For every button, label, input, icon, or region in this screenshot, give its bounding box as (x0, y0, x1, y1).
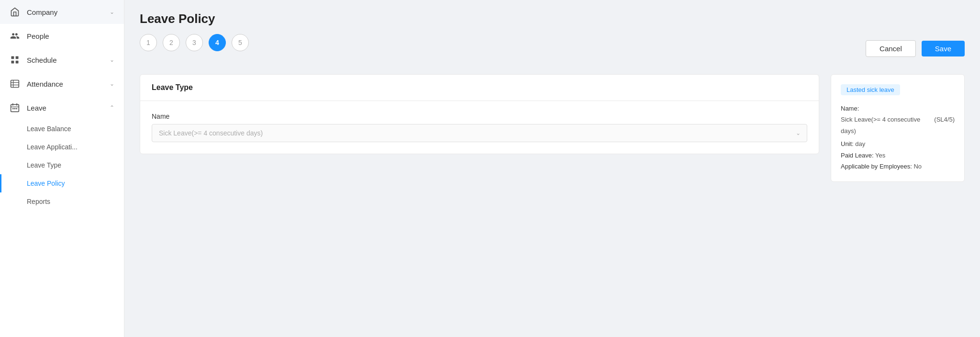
step-1[interactable]: 1 (140, 34, 157, 51)
cancel-button[interactable]: Cancel (866, 40, 916, 57)
sidebar-item-people-label: People (27, 32, 49, 40)
leave-type-card: Leave Type Name Sick Leave(>= 4 consecut… (140, 74, 819, 154)
side-info-unit-value: day (855, 140, 865, 147)
svg-rect-8 (11, 104, 19, 112)
sidebar-subitem-leave-balance-label: Leave Balance (27, 125, 71, 133)
step-3[interactable]: 3 (186, 34, 203, 51)
card-title: Leave Type (152, 83, 193, 91)
sidebar-item-schedule[interactable]: Schedule ⌄ (0, 48, 124, 72)
sidebar-subitem-leave-type[interactable]: Leave Type (0, 156, 124, 174)
sidebar-item-people[interactable]: People (0, 24, 124, 48)
svg-rect-12 (12, 108, 14, 110)
attendance-icon (10, 79, 20, 89)
svg-rect-0 (11, 56, 14, 59)
svg-rect-4 (11, 80, 19, 88)
chevron-up-icon: ⌃ (110, 104, 114, 111)
sidebar-item-attendance[interactable]: Attendance ⌄ (0, 72, 124, 96)
card-header: Leave Type (140, 75, 819, 101)
side-info-applicable-row: Applicable by Employees: No (841, 161, 955, 172)
sidebar-subitem-leave-policy-label: Leave Policy (27, 180, 65, 187)
sidebar-subitem-reports[interactable]: Reports (0, 192, 124, 211)
content-layout: Leave Type Name Sick Leave(>= 4 consecut… (140, 74, 965, 182)
chevron-down-icon: ⌄ (110, 80, 114, 87)
step-2[interactable]: 2 (163, 34, 180, 51)
side-info-paid-label: Paid Leave: (841, 152, 874, 159)
side-info-unit-label: Unit: (841, 140, 854, 147)
top-bar: 1 2 3 4 5 Cancel Save (140, 34, 965, 63)
sidebar-subitem-leave-application-label: Leave Applicati... (27, 143, 78, 151)
side-info-name-code: (SL4/5) (934, 114, 955, 136)
steps-row: 1 2 3 4 5 (140, 34, 249, 51)
side-info-applicable-value: No (913, 163, 922, 170)
sidebar-subitem-leave-application[interactable]: Leave Applicati... (0, 138, 124, 156)
sidebar-item-company[interactable]: Company ⌄ (0, 0, 124, 24)
step-4[interactable]: 4 (209, 34, 226, 51)
svg-rect-3 (16, 61, 19, 64)
side-info-name-row: Name: (841, 103, 955, 114)
people-icon (10, 31, 20, 41)
side-info-name-label: Name: (841, 105, 859, 112)
save-button[interactable]: Save (922, 41, 965, 56)
main-content: Leave Policy 1 2 3 4 5 (124, 0, 980, 337)
svg-rect-14 (16, 108, 18, 110)
sidebar-subitem-leave-type-label: Leave Type (27, 161, 61, 169)
content-area: Leave Policy 1 2 3 4 5 (124, 0, 980, 337)
side-tag: Lasted sick leave (841, 84, 900, 95)
side-info-applicable-label: Applicable by Employees: (841, 163, 912, 170)
sidebar-item-attendance-label: Attendance (27, 80, 63, 88)
side-info-details: Name: Sick Leave(>= 4 consecutive days) … (841, 103, 955, 172)
sidebar-item-leave-label: Leave (27, 104, 46, 112)
name-select[interactable]: Sick Leave(>= 4 consecutive days) Sick L… (152, 124, 807, 142)
page-title: Leave Policy (140, 11, 965, 26)
svg-rect-13 (14, 108, 16, 110)
svg-rect-1 (16, 56, 19, 59)
chevron-down-icon: ⌄ (110, 56, 114, 63)
header-actions: Cancel Save (866, 40, 965, 57)
sidebar-subitem-leave-balance[interactable]: Leave Balance (0, 120, 124, 138)
side-info-name-value: Sick Leave(>= 4 consecutive days) (841, 114, 930, 136)
sidebar-item-leave[interactable]: Leave ⌃ (0, 96, 124, 120)
name-select-wrapper: Sick Leave(>= 4 consecutive days) Sick L… (152, 124, 807, 142)
sidebar-subitem-leave-policy[interactable]: Leave Policy (0, 174, 124, 192)
company-icon (10, 7, 20, 17)
side-info-paid-value: Yes (875, 152, 885, 159)
schedule-icon (10, 55, 20, 65)
sidebar-item-company-label: Company (27, 8, 57, 16)
leave-icon (10, 102, 20, 113)
side-info-card: Lasted sick leave Name: Sick Leave(>= 4 … (831, 74, 965, 182)
side-info-unit-row: Unit: day (841, 138, 955, 149)
chevron-down-icon: ⌄ (110, 9, 114, 15)
card-body: Name Sick Leave(>= 4 consecutive days) S… (140, 101, 819, 154)
side-info-paid-row: Paid Leave: Yes (841, 150, 955, 161)
name-label: Name (152, 112, 807, 120)
step-5[interactable]: 5 (232, 34, 249, 51)
sidebar-item-schedule-label: Schedule (27, 56, 57, 64)
sidebar-subitem-reports-label: Reports (27, 198, 50, 205)
side-info-name-value-row: Sick Leave(>= 4 consecutive days) (SL4/5… (841, 114, 955, 136)
svg-rect-2 (11, 61, 14, 64)
sidebar: Company ⌄ People Schedule ⌄ (0, 0, 124, 337)
